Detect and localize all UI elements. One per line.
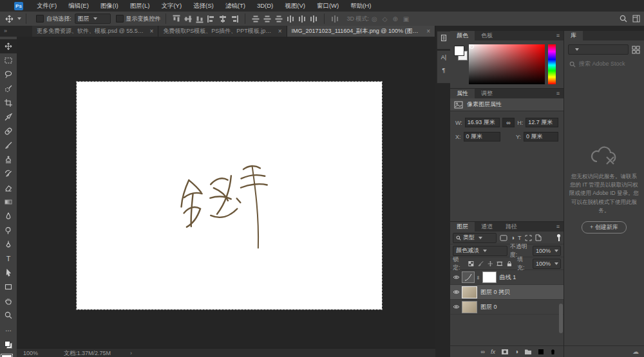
show-transform-checkbox[interactable]: [116, 15, 124, 23]
layer-thumbnail[interactable]: [462, 302, 477, 313]
cloud-sync-icon[interactable]: ☁: [632, 348, 639, 355]
status-chevron-icon[interactable]: ›: [130, 350, 132, 356]
menu-view[interactable]: 视图(V): [279, 0, 311, 12]
paragraph-panel-icon[interactable]: ¶: [437, 64, 450, 77]
foreground-color-swatch[interactable]: [1, 354, 12, 357]
delete-layer-trash-icon[interactable]: [550, 349, 556, 355]
document-tab-1[interactable]: 更多免费资源、软件、模板.psd @ 55.5% (图层 2, RG... ×: [32, 26, 158, 37]
new-layer-icon[interactable]: [538, 349, 544, 355]
layer-filter-dropdown[interactable]: 类型: [453, 233, 497, 243]
search-icon[interactable]: [620, 15, 627, 23]
library-select-dropdown[interactable]: [568, 44, 629, 55]
menu-help[interactable]: 帮助(H): [345, 0, 377, 12]
create-library-button[interactable]: + 创建新库: [582, 221, 627, 233]
history-brush-tool[interactable]: [0, 167, 17, 181]
blend-mode-dropdown[interactable]: 颜色减淡: [453, 246, 507, 256]
curves-adjustment-thumbnail[interactable]: [462, 272, 474, 282]
crop-tool[interactable]: [0, 96, 17, 110]
filter-type-layers-icon[interactable]: T: [518, 235, 522, 241]
canvas-with-selection[interactable]: [77, 82, 382, 309]
align-left-icon[interactable]: [207, 15, 215, 23]
layers-scrollbar[interactable]: [559, 304, 563, 333]
rectangle-tool[interactable]: [0, 280, 17, 294]
default-colors-icon[interactable]: [0, 338, 17, 352]
opacity-dropdown[interactable]: 100%: [533, 246, 561, 256]
tab-adjustments[interactable]: 调整: [475, 89, 499, 98]
tab-layers[interactable]: 图层: [450, 222, 475, 232]
gradient-tool[interactable]: [0, 195, 17, 209]
3d-pan-icon[interactable]: ⊕: [392, 15, 397, 23]
layer-row-background[interactable]: 图层 0: [450, 300, 564, 315]
align-vcenter-icon[interactable]: [184, 15, 191, 23]
brush-tool[interactable]: [0, 138, 17, 152]
tab-channels[interactable]: 通道: [475, 222, 499, 232]
tab-properties[interactable]: 属性: [450, 89, 475, 98]
lock-all-icon[interactable]: [507, 261, 512, 267]
tool-preset[interactable]: [5, 15, 21, 23]
new-adjustment-layer-icon[interactable]: ◑: [515, 348, 518, 355]
visibility-eye-icon[interactable]: [453, 275, 460, 280]
align-bottom-icon[interactable]: [196, 15, 203, 23]
marquee-tool[interactable]: [0, 53, 17, 68]
menu-window[interactable]: 窗口(W): [311, 0, 345, 12]
auto-select-checkbox[interactable]: [36, 15, 44, 23]
document-viewport[interactable]: [17, 37, 435, 348]
color-field-cursor[interactable]: [469, 44, 474, 49]
layer-row-selected[interactable]: 图层 0 拷贝: [450, 285, 564, 300]
grid-view-icon[interactable]: [632, 46, 640, 54]
tab-color[interactable]: 颜色: [450, 31, 475, 41]
auto-select-dropdown[interactable]: 图层: [75, 14, 111, 24]
filter-toggle-icon[interactable]: [556, 234, 561, 241]
x-field[interactable]: 0 厘米: [464, 132, 501, 142]
distribute-spacing-icon[interactable]: [331, 15, 339, 23]
panel-menu-icon[interactable]: ≡: [553, 222, 564, 232]
menu-3d[interactable]: 3D(D): [251, 0, 279, 12]
color-field[interactable]: [469, 44, 545, 84]
3d-roll-icon[interactable]: ◇: [383, 15, 388, 23]
distribute-left-icon[interactable]: [287, 15, 294, 23]
history-panel-icon[interactable]: [437, 32, 450, 44]
layer-style-fx-icon[interactable]: fx: [491, 349, 495, 355]
type-tool[interactable]: T: [0, 252, 17, 266]
eraser-tool[interactable]: [0, 181, 17, 195]
blur-tool[interactable]: [0, 209, 17, 223]
workspace-icon[interactable]: [632, 15, 640, 23]
toolbar-collapse-icon[interactable]: »: [0, 26, 32, 37]
link-dimensions-icon[interactable]: ∞: [502, 118, 515, 127]
tab-paths[interactable]: 路径: [499, 222, 524, 232]
document-tab-active[interactable]: IMG_20171023_111604_副本.png @ 100% (图层 0 …: [287, 26, 435, 37]
distribute-vcenter-icon[interactable]: [263, 15, 270, 23]
menu-file[interactable]: 文件(F): [31, 0, 62, 12]
align-right-icon[interactable]: [231, 15, 238, 23]
3d-rotate-icon[interactable]: ◎: [372, 15, 377, 23]
layer-thumbnail[interactable]: [462, 287, 477, 298]
new-group-folder-icon[interactable]: [524, 349, 532, 355]
visibility-eye-icon[interactable]: [453, 289, 460, 295]
close-icon[interactable]: ×: [149, 28, 153, 35]
hand-tool[interactable]: [0, 294, 17, 308]
eyedropper-tool[interactable]: [0, 110, 17, 124]
filter-shape-layers-icon[interactable]: [525, 235, 532, 241]
lock-position-icon[interactable]: [488, 261, 493, 267]
y-field[interactable]: 0 厘米: [524, 132, 558, 142]
menu-select[interactable]: 选择(S): [187, 0, 220, 12]
move-tool[interactable]: [0, 39, 17, 53]
quick-selection-tool[interactable]: [0, 82, 17, 96]
visibility-eye-icon[interactable]: [453, 304, 460, 309]
panel-menu-icon[interactable]: ≡: [553, 89, 564, 98]
character-panel-icon[interactable]: A|: [437, 51, 450, 64]
zoom-level[interactable]: 100%: [17, 350, 44, 356]
hue-slider[interactable]: [548, 44, 556, 84]
layer-name[interactable]: 图层 0 拷贝: [480, 288, 510, 297]
foreground-background-swatches[interactable]: [0, 352, 17, 357]
zoom-tool[interactable]: [0, 308, 17, 322]
layer-mask-thumbnail[interactable]: [483, 272, 496, 282]
close-icon[interactable]: ×: [278, 28, 282, 35]
tab-libraries[interactable]: 库: [564, 31, 583, 41]
menu-filter[interactable]: 滤镜(T): [220, 0, 251, 12]
stock-search-input[interactable]: 搜索 Adobe Stock: [579, 60, 625, 68]
align-top-icon[interactable]: [173, 15, 180, 23]
distribute-bottom-icon[interactable]: [275, 15, 282, 23]
path-selection-tool[interactable]: [0, 266, 17, 280]
foreground-color-swatch[interactable]: [454, 46, 464, 56]
